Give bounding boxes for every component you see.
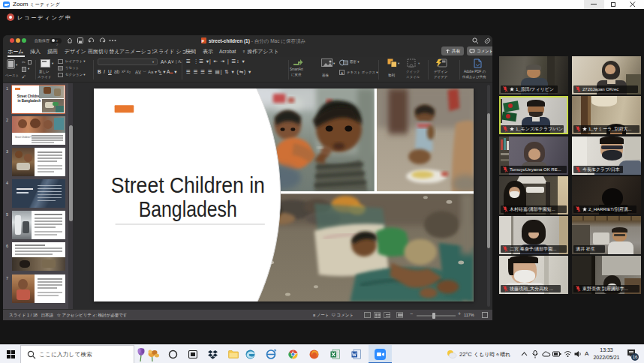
svg-text:Bangladesh: Bangladesh (139, 197, 237, 221)
svg-text:Street Children in: Street Children in (111, 172, 265, 196)
